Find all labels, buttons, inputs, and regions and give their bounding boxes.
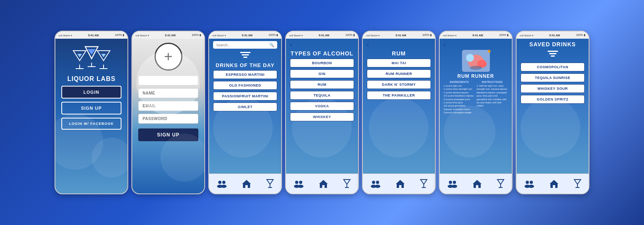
home-nav-icon-6[interactable] bbox=[472, 179, 482, 189]
app-title: Liquor Labs bbox=[67, 75, 115, 83]
svg-marker-13 bbox=[101, 54, 106, 57]
svg-point-49 bbox=[452, 185, 457, 188]
saved-drink-whiskey-sour[interactable]: Whiskey Sour bbox=[521, 84, 585, 93]
status-bar-7: null Sketch ▾ 9:41 AM 100% ▮ bbox=[517, 32, 589, 39]
back-arrow-4[interactable]: ‹ bbox=[290, 41, 292, 48]
alcohol-item-tequila[interactable]: Tequila bbox=[290, 91, 354, 100]
home-nav-icon-3[interactable] bbox=[241, 179, 252, 189]
signup-button[interactable]: Sign Up bbox=[61, 102, 121, 114]
password-input[interactable] bbox=[138, 114, 198, 124]
battery-1: 100% ▮ bbox=[115, 34, 124, 37]
star-badge: ★ bbox=[487, 48, 492, 54]
screens-container: null Sketch ▾ 9:41 AM 100% ▮ bbox=[55, 31, 589, 194]
people-nav-icon-3[interactable] bbox=[216, 180, 227, 188]
rum-drink-dark-stormy[interactable]: Dark n' Stormy bbox=[367, 80, 431, 89]
screen-drinks-day: null Sketch ▾ 9:41 AM 100% ▮ 🔍 Drinks Of… bbox=[208, 31, 282, 194]
svg-point-26 bbox=[299, 181, 302, 184]
drinks-day-title: Drinks Of The Day bbox=[213, 62, 277, 68]
status-bar-2: null Sketch ▾ 9:41 AM 100% ▮ bbox=[132, 32, 204, 39]
carrier-5: null Sketch ▾ bbox=[366, 34, 380, 37]
svg-marker-51 bbox=[497, 180, 504, 184]
status-bar-1: null Sketch ▾ 9:41 AM 100% ▮ bbox=[55, 32, 127, 39]
carrier-7: null Sketch ▾ bbox=[520, 34, 533, 37]
svg-point-45 bbox=[470, 66, 482, 70]
battery-4: 100% ▮ bbox=[345, 34, 355, 37]
status-bar-5: null Sketch ▾ 9:41 AM 100% ▮ bbox=[363, 32, 435, 39]
svg-marker-37 bbox=[396, 180, 405, 188]
filter-icon-area bbox=[213, 51, 277, 60]
facebook-login-button[interactable]: Login w/ Facebook bbox=[61, 118, 121, 130]
login-button[interactable]: Login bbox=[61, 86, 121, 99]
saved-drink-cosmopolitan[interactable]: Cosmopolitan bbox=[521, 63, 585, 71]
alcohol-item-gin[interactable]: Gin bbox=[290, 69, 354, 78]
time-2: 9:41 AM bbox=[165, 34, 176, 37]
status-bar-4: null Sketch ▾ 9:41 AM 100% ▮ bbox=[286, 32, 358, 39]
signup-submit-button[interactable]: Sign Up bbox=[138, 128, 198, 141]
saved-drinks-title: Saved Drinks bbox=[521, 41, 585, 47]
name-input[interactable] bbox=[138, 75, 198, 85]
people-nav-icon-7[interactable] bbox=[524, 180, 535, 188]
drink-item-passionfruit[interactable]: Passionfruit Martini bbox=[213, 92, 277, 101]
screen-rum-runner-detail: null Sketch ▾ 9:41 AM 100% ▮ ‹ ★ bbox=[439, 31, 513, 194]
saved-drink-tequila-sunrise[interactable]: Tequila Sunrise bbox=[521, 73, 585, 82]
drink-item-old-fashioned[interactable]: Old Fashioned bbox=[213, 81, 277, 90]
svg-marker-30 bbox=[344, 180, 350, 184]
people-nav-icon-6[interactable] bbox=[447, 180, 458, 188]
drink-item-espresso[interactable]: Espresso Martini bbox=[213, 70, 277, 79]
time-5: 9:41 AM bbox=[395, 34, 406, 37]
alcohol-item-vodka[interactable]: Vodka bbox=[290, 102, 354, 111]
time-3: 9:41 AM bbox=[242, 34, 253, 37]
ingredients-instructions: Ingredients 1 ounce light rum 1 ounce na… bbox=[444, 81, 508, 171]
cocktail-nav-icon-4[interactable] bbox=[343, 179, 351, 189]
alcohol-item-whiskey[interactable]: Whiskey bbox=[290, 112, 354, 121]
martini-glasses-icon bbox=[72, 43, 112, 71]
home-nav-icon-7[interactable] bbox=[549, 179, 559, 189]
search-input[interactable] bbox=[216, 43, 267, 47]
svg-rect-16 bbox=[243, 57, 247, 58]
home-nav-icon-4[interactable] bbox=[318, 179, 329, 189]
battery-2: 100% ▮ bbox=[192, 34, 201, 37]
bottom-nav-6 bbox=[440, 174, 512, 193]
drink-item-gimlet[interactable]: Gimlet bbox=[213, 103, 277, 111]
svg-point-47 bbox=[453, 181, 456, 184]
cocktail-nav-icon-6[interactable] bbox=[497, 179, 505, 189]
saved-filter-icon-area bbox=[521, 49, 585, 59]
svg-rect-54 bbox=[548, 51, 558, 52]
rum-drink-rum-runner[interactable]: Rum Runner bbox=[367, 69, 431, 78]
cocktail-nav-icon-7[interactable] bbox=[574, 179, 581, 189]
saved-drinks-body: Saved Drinks Cosmopolitan Tequila Sunris… bbox=[517, 39, 589, 174]
types-alcohol-title: Types Of Alcohol bbox=[290, 50, 354, 57]
rum-drink-painkiller[interactable]: The Painkiller bbox=[367, 91, 431, 100]
status-bar-3: null Sketch ▾ 9:41 AM 100% ▮ bbox=[209, 32, 281, 39]
svg-point-20 bbox=[221, 185, 227, 188]
screen-types-alcohol: null Sketch ▾ 9:41 AM 100% ▮ ‹ Types Of … bbox=[285, 31, 359, 194]
alcohol-item-bourbon[interactable]: Bourbon bbox=[290, 59, 354, 67]
types-alcohol-body: ‹ Types Of Alcohol Bourbon Gin Rum Tequi… bbox=[286, 39, 358, 174]
name-field-label[interactable] bbox=[138, 88, 198, 98]
rum-body: ‹ Rum Mai Tai Rum Runner Dark n' Stormy … bbox=[363, 39, 435, 174]
back-arrow-6[interactable]: ‹ bbox=[444, 41, 446, 48]
people-nav-icon-4[interactable] bbox=[293, 180, 304, 188]
time-7: 9:41 AM bbox=[549, 34, 560, 37]
svg-rect-55 bbox=[549, 53, 556, 54]
saved-drink-golden-spritz[interactable]: Golden Spritz bbox=[521, 95, 585, 104]
alcohol-item-rum[interactable]: Rum bbox=[290, 80, 354, 89]
search-icon[interactable]: 🔍 bbox=[269, 43, 274, 47]
ingredients-header: Ingredients bbox=[444, 81, 475, 83]
ingredients-content: 1 ounce light rum 1 ounce navy-strength … bbox=[444, 84, 475, 114]
home-nav-icon-5[interactable] bbox=[395, 179, 405, 189]
ingredients-col: Ingredients 1 ounce light rum 1 ounce na… bbox=[444, 81, 475, 171]
rum-drink-mai-tai[interactable]: Mai Tai bbox=[367, 59, 431, 67]
svg-rect-14 bbox=[240, 52, 251, 53]
people-nav-icon-5[interactable] bbox=[370, 180, 381, 188]
email-input[interactable] bbox=[138, 101, 198, 111]
back-arrow-5[interactable]: ‹ bbox=[367, 41, 369, 48]
plus-circle[interactable]: + bbox=[155, 43, 182, 71]
cocktail-nav-icon-3[interactable] bbox=[266, 179, 274, 189]
cocktail-nav-icon-5[interactable] bbox=[420, 179, 428, 189]
svg-marker-29 bbox=[319, 180, 328, 188]
svg-rect-56 bbox=[551, 55, 555, 57]
bottom-nav-5 bbox=[363, 174, 435, 193]
instructions-content: 1. Add the light rum, navy-strength rum,… bbox=[477, 84, 508, 108]
instructions-header: Instructions bbox=[477, 81, 508, 83]
